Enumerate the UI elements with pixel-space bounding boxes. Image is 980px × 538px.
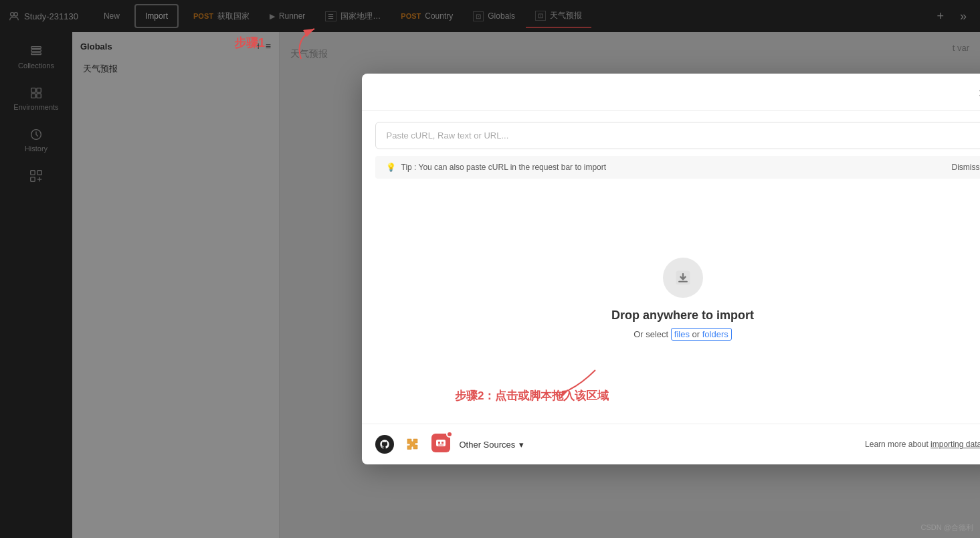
drop-files-folders[interactable]: files or folders [671,328,732,341]
github-svg [379,439,390,450]
drop-title: Drop anywhere to import [611,308,754,323]
footer-icons: Other Sources ▾ [375,434,524,455]
drop-sub: Or select files or folders [633,328,732,341]
badge-dot [446,431,453,438]
tip-icon: 💡 [386,163,396,172]
svg-rect-20 [442,442,444,444]
drop-or: or [692,329,702,339]
tip-text: Tip : You can also paste cURL in the req… [401,163,607,172]
chevron-down-icon: ▾ [519,440,524,450]
svg-rect-19 [438,442,440,444]
download-icon [674,268,692,287]
tip-left: 💡 Tip : You can also paste cURL in the r… [386,163,607,172]
puzzle-icon[interactable] [403,435,422,454]
drop-sub-prefix: Or select [633,329,671,339]
learn-label: Learn more about [865,440,930,449]
watermark: CSDN @合德利 [921,523,973,533]
other-sources-label: Other Sources [460,440,516,450]
postman-icon-wrap[interactable] [431,434,450,455]
dismiss-button[interactable]: Dismiss [952,163,980,172]
url-placeholder: Paste cURL, Raw text or URL... [387,130,509,141]
modal-body: Paste cURL, Raw text or URL... 💡 Tip : Y… [362,111,981,424]
url-input-wrap[interactable]: Paste cURL, Raw text or URL... [375,122,981,149]
other-sources-button[interactable]: Other Sources ▾ [460,440,524,450]
drop-icon [663,258,703,298]
learn-more: Learn more about importing data ↗ [865,440,980,449]
drop-zone[interactable]: Drop anywhere to import Or select files … [375,185,981,413]
modal-footer: Other Sources ▾ Learn more about importi… [362,424,981,464]
importing-data-link[interactable]: importing data [930,440,980,449]
github-icon[interactable] [375,435,394,454]
folders-link[interactable]: folders [702,329,728,339]
puzzle-svg [405,436,421,452]
modal-close-button[interactable]: × [975,84,980,102]
import-modal: × Paste cURL, Raw text or URL... 💡 Tip :… [362,74,981,464]
svg-point-23 [439,437,442,439]
tip-bar: 💡 Tip : You can also paste cURL in the r… [375,156,981,179]
files-link[interactable]: files [674,329,690,339]
modal-header: × [362,74,981,111]
